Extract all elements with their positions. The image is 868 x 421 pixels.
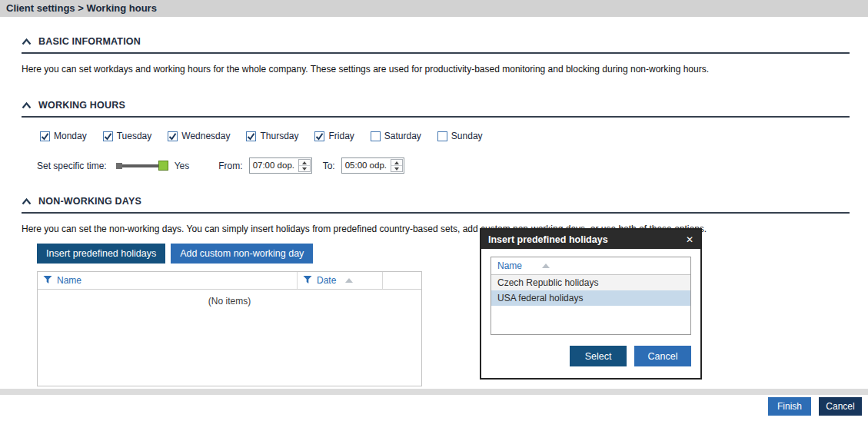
sort-ascending-icon — [542, 264, 550, 268]
dialog-title: Insert predefined holidays — [488, 234, 608, 245]
dialog-cancel-button[interactable]: Cancel — [634, 346, 691, 366]
empty-table-message: (No items) — [38, 296, 421, 307]
footer-cancel-button[interactable]: Cancel — [819, 397, 862, 416]
toggle-knob[interactable] — [158, 161, 168, 171]
list-empty-space — [491, 306, 690, 334]
section-header-basic-information[interactable]: BASIC INFORMATION — [22, 35, 850, 54]
list-item-czech-republic-holidays[interactable]: Czech Republic holidays — [491, 275, 690, 290]
spinner-up-icon[interactable] — [391, 160, 402, 166]
dialog-titlebar: Insert predefined holidays ✕ — [481, 230, 700, 249]
checkbox-monday[interactable]: Monday — [40, 131, 87, 141]
checkbox-label: Monday — [54, 131, 87, 141]
sort-ascending-icon — [345, 278, 353, 283]
table-header-date[interactable]: Date — [297, 272, 382, 289]
basic-information-description: Here you can set workdays and working ho… — [22, 64, 850, 75]
from-time-value[interactable]: 07:00 dop. — [250, 158, 298, 173]
chevron-up-icon — [22, 194, 32, 208]
list-item-label: USA federal holidays — [497, 293, 583, 303]
list-item-label: Czech Republic holidays — [497, 277, 598, 288]
checkbox-label: Saturday — [384, 131, 421, 141]
page-title: Client settings > Working hours — [6, 2, 157, 14]
checkbox-icon[interactable] — [40, 131, 50, 141]
checkbox-icon[interactable] — [371, 131, 381, 141]
table-header-name[interactable]: Name — [38, 272, 297, 289]
toggle-start-mark — [116, 163, 122, 169]
finish-button[interactable]: Finish — [768, 397, 811, 416]
non-working-days-table: Name Date (No items) — [37, 271, 422, 386]
checkbox-icon[interactable] — [168, 131, 178, 141]
checkbox-label: Sunday — [451, 131, 483, 141]
insert-predefined-holidays-button[interactable]: Insert predefined holidays — [37, 244, 165, 264]
set-specific-time-toggle[interactable] — [116, 161, 168, 171]
from-time-input[interactable]: 07:00 dop. — [249, 157, 312, 174]
checkbox-saturday[interactable]: Saturday — [371, 131, 421, 141]
table-header-row: Name Date — [38, 272, 421, 290]
checkbox-label: Tuesday — [117, 131, 152, 141]
checkbox-icon[interactable] — [246, 131, 256, 141]
spinner-up-icon[interactable] — [299, 160, 310, 166]
specific-time-row: Set specific time: Yes From: 07:00 dop. … — [37, 157, 850, 174]
filter-funnel-icon[interactable] — [43, 275, 52, 287]
column-label[interactable]: Name — [497, 260, 522, 271]
spinner-down-icon[interactable] — [299, 166, 310, 171]
column-label[interactable]: Date — [317, 275, 336, 286]
section-title: BASIC INFORMATION — [38, 36, 141, 47]
checkbox-wednesday[interactable]: Wednesday — [168, 131, 230, 141]
time-spinner[interactable] — [391, 159, 403, 172]
footer-divider — [0, 389, 868, 395]
section-title: WORKING HOURS — [38, 100, 125, 111]
toggle-state-label: Yes — [175, 161, 190, 171]
select-button[interactable]: Select — [570, 346, 627, 366]
checkbox-label: Friday — [328, 131, 354, 141]
time-spinner[interactable] — [298, 159, 311, 172]
non-working-actions: Insert predefined holidays Add custom no… — [37, 244, 850, 264]
section-header-working-hours[interactable]: WORKING HOURS — [22, 98, 850, 118]
insert-predefined-holidays-dialog: Insert predefined holidays ✕ Name Czech … — [480, 228, 702, 380]
checkbox-label: Wednesday — [181, 131, 230, 141]
table-header-actions — [382, 272, 421, 289]
close-icon[interactable]: ✕ — [686, 235, 693, 244]
list-header-name[interactable]: Name — [491, 257, 690, 275]
checkbox-sunday[interactable]: Sunday — [437, 131, 483, 141]
to-time-value[interactable]: 05:00 odp. — [342, 158, 390, 173]
checkbox-icon[interactable] — [103, 131, 113, 141]
chevron-up-icon — [22, 35, 32, 48]
weekday-checkbox-row: Monday Tuesday Wednesday Thursday Friday… — [40, 131, 850, 141]
from-label: From: — [218, 161, 242, 171]
non-working-days-description: Here you can set the non-working days. Y… — [22, 224, 850, 234]
dialog-actions: Select Cancel — [491, 346, 691, 366]
client-settings-page: Client settings > Working hours BASIC IN… — [0, 0, 868, 421]
to-time-input[interactable]: 05:00 odp. — [341, 157, 404, 174]
filter-funnel-icon[interactable] — [303, 275, 312, 287]
checkbox-tuesday[interactable]: Tuesday — [103, 131, 152, 141]
holiday-set-list: Name Czech Republic holidays USA federal… — [491, 257, 691, 335]
table-body: (No items) — [38, 290, 421, 386]
footer-actions: Finish Cancel — [768, 397, 862, 416]
checkbox-thursday[interactable]: Thursday — [246, 131, 298, 141]
list-item-usa-federal-holidays[interactable]: USA federal holidays — [491, 290, 690, 306]
checkbox-icon[interactable] — [314, 131, 324, 141]
column-label[interactable]: Name — [57, 275, 81, 286]
section-title: NON-WORKING DAYS — [38, 196, 141, 207]
checkbox-icon[interactable] — [437, 131, 447, 141]
set-specific-time-label: Set specific time: — [37, 161, 107, 171]
main-content: BASIC INFORMATION Here you can set workd… — [0, 35, 868, 386]
dialog-body: Name Czech Republic holidays USA federal… — [481, 249, 700, 378]
breadcrumb: Client settings > Working hours — [0, 0, 868, 17]
to-label: To: — [323, 161, 335, 171]
checkbox-friday[interactable]: Friday — [314, 131, 354, 141]
spinner-down-icon[interactable] — [391, 166, 402, 171]
section-header-non-working-days[interactable]: NON-WORKING DAYS — [22, 194, 850, 214]
checkbox-label: Thursday — [260, 131, 298, 141]
chevron-up-icon — [22, 98, 32, 112]
add-custom-non-working-day-button[interactable]: Add custom non-working day — [171, 244, 313, 264]
